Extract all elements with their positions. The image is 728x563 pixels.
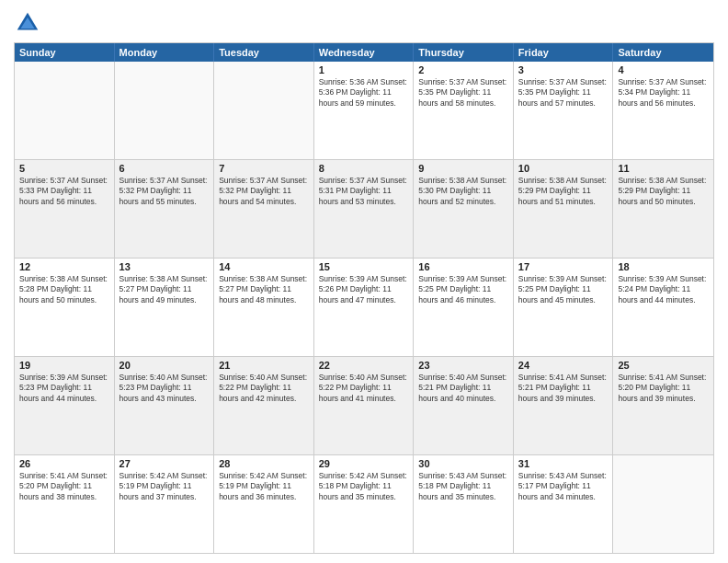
day-cell-22: 22Sunrise: 5:40 AM Sunset: 5:22 PM Dayli… <box>314 357 415 454</box>
day-info: Sunrise: 5:38 AM Sunset: 5:30 PM Dayligh… <box>418 176 508 207</box>
day-number: 4 <box>618 64 709 75</box>
day-cell-24: 24Sunrise: 5:41 AM Sunset: 5:21 PM Dayli… <box>514 357 614 454</box>
day-info: Sunrise: 5:37 AM Sunset: 5:32 PM Dayligh… <box>219 176 309 207</box>
day-info: Sunrise: 5:39 AM Sunset: 5:23 PM Dayligh… <box>19 373 109 404</box>
day-info: Sunrise: 5:42 AM Sunset: 5:19 PM Dayligh… <box>219 471 309 502</box>
day-number: 14 <box>219 261 309 272</box>
day-info: Sunrise: 5:38 AM Sunset: 5:27 PM Dayligh… <box>219 274 309 305</box>
day-cell-1: 1Sunrise: 5:36 AM Sunset: 5:36 PM Daylig… <box>314 62 415 159</box>
day-cell-8: 8Sunrise: 5:37 AM Sunset: 5:31 PM Daylig… <box>314 160 415 258</box>
day-cell-11: 11Sunrise: 5:38 AM Sunset: 5:29 PM Dayli… <box>613 160 713 258</box>
day-info: Sunrise: 5:41 AM Sunset: 5:20 PM Dayligh… <box>19 471 109 502</box>
day-cell-21: 21Sunrise: 5:40 AM Sunset: 5:22 PM Dayli… <box>214 357 314 454</box>
day-cell-13: 13Sunrise: 5:38 AM Sunset: 5:27 PM Dayli… <box>115 259 215 356</box>
day-info: Sunrise: 5:39 AM Sunset: 5:25 PM Dayligh… <box>418 274 508 305</box>
day-number: 21 <box>219 360 309 371</box>
day-number: 13 <box>119 261 210 272</box>
calendar-row-1: 1Sunrise: 5:36 AM Sunset: 5:36 PM Daylig… <box>15 62 713 159</box>
day-number: 5 <box>19 163 109 174</box>
weekday-header-monday: Monday <box>115 43 215 62</box>
day-cell-18: 18Sunrise: 5:39 AM Sunset: 5:24 PM Dayli… <box>613 259 713 356</box>
day-info: Sunrise: 5:40 AM Sunset: 5:22 PM Dayligh… <box>319 373 409 404</box>
day-cell-27: 27Sunrise: 5:42 AM Sunset: 5:19 PM Dayli… <box>115 455 215 553</box>
day-info: Sunrise: 5:39 AM Sunset: 5:25 PM Dayligh… <box>518 274 609 305</box>
day-number: 22 <box>319 360 409 371</box>
day-number: 19 <box>19 360 109 371</box>
weekday-header-sunday: Sunday <box>15 43 115 62</box>
day-info: Sunrise: 5:40 AM Sunset: 5:23 PM Dayligh… <box>119 373 210 404</box>
day-info: Sunrise: 5:37 AM Sunset: 5:34 PM Dayligh… <box>618 77 709 109</box>
day-number: 16 <box>418 261 508 272</box>
day-info: Sunrise: 5:43 AM Sunset: 5:17 PM Dayligh… <box>518 471 609 502</box>
empty-cell-0-0 <box>15 62 115 159</box>
day-info: Sunrise: 5:42 AM Sunset: 5:19 PM Dayligh… <box>119 471 210 502</box>
weekday-header-thursday: Thursday <box>414 43 514 62</box>
empty-cell-0-1 <box>115 62 215 159</box>
day-number: 9 <box>418 163 508 174</box>
day-info: Sunrise: 5:38 AM Sunset: 5:27 PM Dayligh… <box>119 274 210 305</box>
day-number: 23 <box>418 360 508 371</box>
header <box>14 9 714 37</box>
calendar-row-5: 26Sunrise: 5:41 AM Sunset: 5:20 PM Dayli… <box>15 454 713 553</box>
day-number: 10 <box>518 163 609 174</box>
calendar-body: 1Sunrise: 5:36 AM Sunset: 5:36 PM Daylig… <box>15 62 713 553</box>
day-info: Sunrise: 5:39 AM Sunset: 5:26 PM Dayligh… <box>319 274 409 305</box>
day-cell-5: 5Sunrise: 5:37 AM Sunset: 5:33 PM Daylig… <box>15 160 115 258</box>
day-number: 27 <box>119 458 210 469</box>
day-info: Sunrise: 5:41 AM Sunset: 5:21 PM Dayligh… <box>518 373 609 404</box>
day-number: 3 <box>518 64 609 75</box>
day-number: 2 <box>418 64 508 75</box>
day-info: Sunrise: 5:40 AM Sunset: 5:21 PM Dayligh… <box>418 373 508 404</box>
weekday-header-wednesday: Wednesday <box>314 43 415 62</box>
day-cell-2: 2Sunrise: 5:37 AM Sunset: 5:35 PM Daylig… <box>414 62 514 159</box>
calendar-row-3: 12Sunrise: 5:38 AM Sunset: 5:28 PM Dayli… <box>15 258 713 356</box>
day-cell-10: 10Sunrise: 5:38 AM Sunset: 5:29 PM Dayli… <box>514 160 614 258</box>
day-number: 1 <box>319 64 409 75</box>
day-number: 25 <box>618 360 709 371</box>
weekday-header-saturday: Saturday <box>613 43 713 62</box>
day-number: 29 <box>319 458 409 469</box>
page: SundayMondayTuesdayWednesdayThursdayFrid… <box>0 0 728 563</box>
day-number: 6 <box>119 163 210 174</box>
calendar-row-2: 5Sunrise: 5:37 AM Sunset: 5:33 PM Daylig… <box>15 159 713 258</box>
day-number: 11 <box>618 163 709 174</box>
day-cell-25: 25Sunrise: 5:41 AM Sunset: 5:20 PM Dayli… <box>613 357 713 454</box>
day-info: Sunrise: 5:43 AM Sunset: 5:18 PM Dayligh… <box>418 471 508 502</box>
day-cell-9: 9Sunrise: 5:38 AM Sunset: 5:30 PM Daylig… <box>414 160 514 258</box>
weekday-header-tuesday: Tuesday <box>214 43 314 62</box>
day-info: Sunrise: 5:38 AM Sunset: 5:29 PM Dayligh… <box>618 176 709 207</box>
day-number: 26 <box>19 458 109 469</box>
day-cell-23: 23Sunrise: 5:40 AM Sunset: 5:21 PM Dayli… <box>414 357 514 454</box>
calendar-header: SundayMondayTuesdayWednesdayThursdayFrid… <box>15 43 713 62</box>
day-number: 31 <box>518 458 609 469</box>
logo-icon <box>14 9 41 37</box>
day-cell-26: 26Sunrise: 5:41 AM Sunset: 5:20 PM Dayli… <box>15 455 115 553</box>
day-number: 24 <box>518 360 609 371</box>
logo <box>14 9 45 37</box>
day-info: Sunrise: 5:37 AM Sunset: 5:33 PM Dayligh… <box>19 176 109 207</box>
day-info: Sunrise: 5:42 AM Sunset: 5:18 PM Dayligh… <box>319 471 409 502</box>
calendar: SundayMondayTuesdayWednesdayThursdayFrid… <box>14 42 714 554</box>
day-number: 7 <box>219 163 309 174</box>
day-number: 8 <box>319 163 409 174</box>
day-cell-31: 31Sunrise: 5:43 AM Sunset: 5:17 PM Dayli… <box>514 455 614 553</box>
day-cell-15: 15Sunrise: 5:39 AM Sunset: 5:26 PM Dayli… <box>314 259 415 356</box>
day-cell-17: 17Sunrise: 5:39 AM Sunset: 5:25 PM Dayli… <box>514 259 614 356</box>
day-info: Sunrise: 5:38 AM Sunset: 5:28 PM Dayligh… <box>19 274 109 305</box>
day-info: Sunrise: 5:36 AM Sunset: 5:36 PM Dayligh… <box>319 77 409 109</box>
day-info: Sunrise: 5:37 AM Sunset: 5:32 PM Dayligh… <box>119 176 210 207</box>
day-cell-16: 16Sunrise: 5:39 AM Sunset: 5:25 PM Dayli… <box>414 259 514 356</box>
day-cell-20: 20Sunrise: 5:40 AM Sunset: 5:23 PM Dayli… <box>115 357 215 454</box>
day-cell-4: 4Sunrise: 5:37 AM Sunset: 5:34 PM Daylig… <box>613 62 713 159</box>
day-number: 12 <box>19 261 109 272</box>
day-cell-14: 14Sunrise: 5:38 AM Sunset: 5:27 PM Dayli… <box>214 259 314 356</box>
day-info: Sunrise: 5:37 AM Sunset: 5:31 PM Dayligh… <box>319 176 409 207</box>
day-cell-6: 6Sunrise: 5:37 AM Sunset: 5:32 PM Daylig… <box>115 160 215 258</box>
day-cell-29: 29Sunrise: 5:42 AM Sunset: 5:18 PM Dayli… <box>314 455 415 553</box>
day-info: Sunrise: 5:38 AM Sunset: 5:29 PM Dayligh… <box>518 176 609 207</box>
day-number: 15 <box>319 261 409 272</box>
empty-cell-4-6 <box>613 455 713 553</box>
day-info: Sunrise: 5:37 AM Sunset: 5:35 PM Dayligh… <box>418 77 508 109</box>
weekday-header-friday: Friday <box>514 43 614 62</box>
empty-cell-0-2 <box>214 62 314 159</box>
